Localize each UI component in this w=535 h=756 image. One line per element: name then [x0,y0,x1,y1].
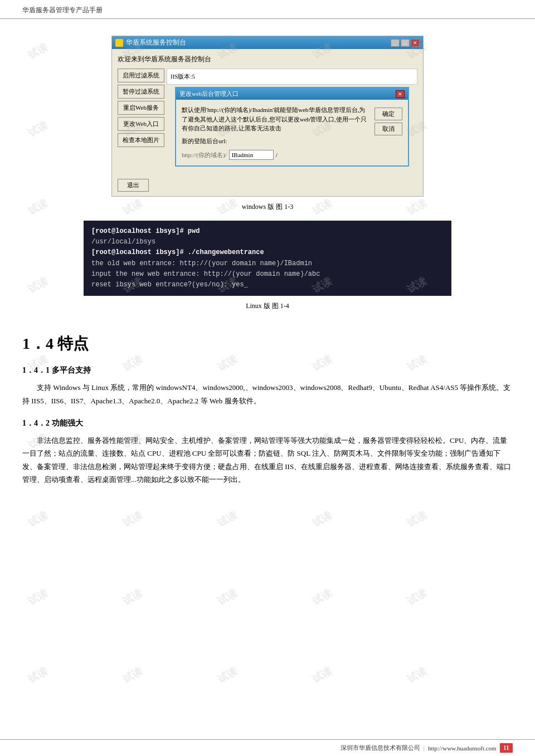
maximize-button[interactable]: □ [401,39,410,47]
watermark-42: 试读 [120,665,144,686]
dialog-body: 默认使用'http://(你的域名)/Ibadmin'就能登陆web华盾信息管理… [176,100,408,165]
win-controls: _ □ ✕ [391,39,420,47]
restart-web-button[interactable]: 重启Web服务 [118,101,164,115]
win-right-area: IIS版本:5 更改web后台管理入口 ✕ 默认使用'http://(你的域名)… [167,69,417,167]
dialog-text-1: 默认使用'http://(你的域名)/Ibadmin'就能登陆web华盾信息管理… [182,105,369,133]
page-number: 11 [500,743,513,753]
win-titlebar-left: 华盾系统服务控制台 [115,38,186,47]
confirm-button[interactable]: 确定 [374,108,402,120]
win-body: 欢迎来到华盾系统服务器控制台 启用过滤系统 暂停过滤系统 重启Web服务 更改W… [112,49,423,174]
section-14-heading: 1．4 特点 [22,333,513,354]
watermark-41: 试读 [26,665,50,686]
win-footer: 退出 [112,174,423,196]
watermark-44: 试读 [310,665,334,686]
win-main-row: 启用过滤系统 暂停过滤系统 重启Web服务 更改Web入口 检查本地图片 IIS… [118,69,417,167]
subsection-141-text: 支持 Windows 与 Linux 系统，常用的 windowsNT4、win… [22,381,513,407]
dialog-close-button[interactable]: ✕ [396,90,405,98]
terminal-line-3: [root@localhost ibsys]# ./changewebentra… [91,247,444,258]
linux-terminal: [root@localhost ibsys]# pwd /usr/local/i… [84,221,451,296]
footer-separator: | [424,745,425,752]
dialog-slash: / [276,152,278,158]
app-icon [115,39,123,47]
dialog-text-area: 默认使用'http://(你的域名)/Ibadmin'就能登陆web华盾信息管理… [182,105,369,160]
win-sidebar: 启用过滤系统 暂停过滤系统 重启Web服务 更改Web入口 检查本地图片 [118,69,164,147]
iis-version-text: IIS版本:5 [171,73,195,80]
web-entrance-input[interactable] [229,150,274,160]
dialog-buttons: 确定 取消 [374,105,402,160]
dialog-text-2: 新的登陆后台url: [182,136,369,146]
linux-fig-caption: Linux 版 图 1-4 [22,301,513,311]
dialog-box: 更改web后台管理入口 ✕ 默认使用'http://(你的域名)/Ibadmin… [175,87,409,167]
footer-company: 深圳市华盾信息技术有限公司 [341,744,420,752]
watermark-40: 试读 [405,587,429,608]
check-images-button[interactable]: 检查本地图片 [118,133,164,147]
page-footer: 深圳市华盾信息技术有限公司 | http://www.huadunsoft.co… [0,739,535,756]
terminal-line-1: [root@localhost ibsys]# pwd [91,226,444,237]
win-title: 华盾系统服务控制台 [126,38,186,47]
watermark-39: 试读 [310,587,334,608]
windows-fig-caption: windows 版 图 1-3 [22,202,513,212]
dialog-titlebar: 更改web后台管理入口 ✕ [176,88,408,100]
watermark-43: 试读 [215,665,239,686]
change-web-button[interactable]: 更改Web入口 [118,117,164,131]
subsection-142-heading: 1．4．2 功能强大 [22,418,513,428]
dialog-domain-text: http://(你的域名)/ [182,151,227,159]
dialog-title: 更改web后台管理入口 [179,90,239,98]
watermark-36: 试读 [26,587,50,608]
footer-website: http://www.huadunsoft.com [428,745,497,752]
terminal-line-5: input the new web entrance: http://(your… [91,269,444,280]
exit-button[interactable]: 退出 [118,179,149,192]
terminal-line-6: reset ibsys web entrance?(yes/no): yes_ [91,280,444,290]
win-titlebar: 华盾系统服务控制台 _ □ ✕ [112,36,423,49]
iis-version-area: IIS版本:5 [167,69,417,85]
subsection-141-heading: 1．4．1 多平台支持 [22,365,513,375]
windows-screenshot: 华盾系统服务控制台 _ □ ✕ 欢迎来到华盾系统服务器控制台 启用过滤系统 暂停… [111,36,424,197]
page-header: 华盾服务器管理专产品手册 [0,0,535,19]
welcome-text: 欢迎来到华盾系统服务器控制台 [118,55,417,64]
minimize-button[interactable]: _ [391,39,400,47]
subsection-142-text: 非法信息监控、服务器性能管理、网站安全、主机维护、备案管理，网站管理等等强大功能… [22,434,513,486]
stop-filter-button[interactable]: 暂停过滤系统 [118,85,164,99]
terminal-line-4: the old web entrance: http://(your domai… [91,258,444,269]
cancel-button[interactable]: 取消 [374,123,402,135]
terminal-line-2: /usr/local/ibsys [91,237,444,247]
close-button[interactable]: ✕ [411,39,420,47]
watermark-37: 试读 [120,587,144,608]
page-content: 华盾系统服务控制台 _ □ ✕ 欢迎来到华盾系统服务器控制台 启用过滤系统 暂停… [0,19,535,515]
dialog-input-row: http://(你的域名)/ / [182,150,369,160]
watermark-38: 试读 [215,587,239,608]
header-title: 华盾服务器管理专产品手册 [22,6,103,14]
watermark-45: 试读 [405,665,429,686]
enable-filter-button[interactable]: 启用过滤系统 [118,69,164,82]
